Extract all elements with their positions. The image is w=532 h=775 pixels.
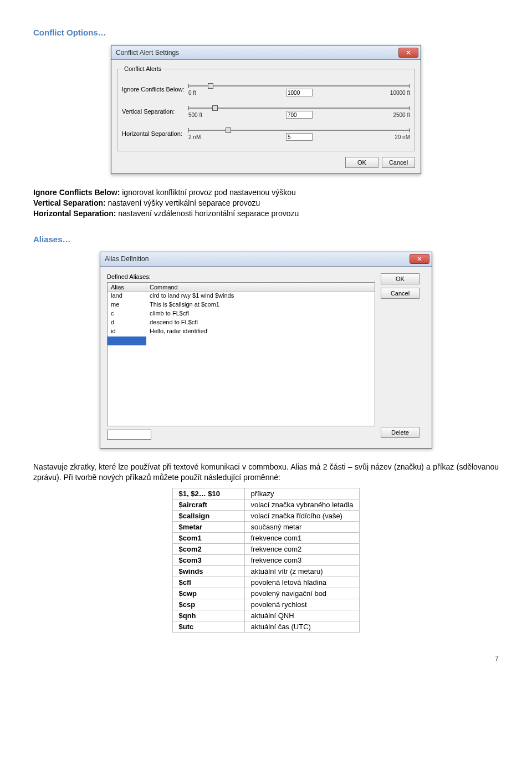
page-number: 7 [33, 655, 499, 662]
slider-min: 0 ft [188, 90, 196, 96]
table-row[interactable]: ddescend to FL$cfl [108, 319, 375, 328]
slider-label: Vertical Separation: [122, 108, 188, 115]
horizontal-separation-row: Horizontal Separation: 2 nM 20 nM 5 [122, 124, 410, 143]
slider-max: 10000 ft [390, 90, 410, 96]
label-bold: Vertical Separation: [33, 198, 106, 207]
paragraph-alias: Nastavuje zkratky, které lze používat př… [33, 462, 499, 483]
alias-name-input[interactable] [107, 430, 151, 440]
table-row: $aircraftvolací značka vybraného letadla [173, 499, 359, 511]
slider-label: Horizontal Separation: [122, 130, 188, 137]
label-desc: nastavení vzdálenosti horizontální separ… [116, 209, 299, 218]
close-icon[interactable]: ✕ [410, 254, 429, 264]
paragraph: Ignore Conflicts Below: ignorovat konfli… [33, 187, 499, 219]
label-bold: Ignore Conflicts Below: [33, 188, 120, 197]
table-row: $com1frekvence com1 [173, 533, 359, 544]
slider-min: 500 ft [188, 112, 202, 118]
table-row[interactable]: landclrd to land rwy $1 wind $winds [108, 292, 375, 301]
table-row: $utcaktuální čas (UTC) [173, 621, 359, 633]
slider-value-input[interactable]: 5 [286, 133, 313, 141]
slider-max: 20 nM [395, 134, 410, 140]
table-row: $qnhaktuální QNH [173, 610, 359, 621]
heading-aliases: Aliases… [33, 234, 499, 244]
table-row: $com3frekvence com3 [173, 555, 359, 566]
slider-value-input[interactable]: 700 [286, 111, 313, 119]
table-row: $com2frekvence com2 [173, 544, 359, 555]
horizontal-separation-slider[interactable]: 2 nM 20 nM 5 [188, 125, 410, 142]
alias-definition-window: Alias Definition ✕ Defined Aliases: Alia… [100, 252, 432, 448]
table-row[interactable] [108, 336, 375, 345]
table-row: $cwppovolený navigační bod [173, 588, 359, 599]
window-titlebar: Conflict Alert Settings ✕ [111, 45, 421, 60]
vertical-separation-row: Vertical Separation: 500 ft 2500 ft 700 [122, 102, 410, 121]
alias-table: Alias Command landclrd to land rwy $1 wi… [107, 282, 375, 426]
vertical-separation-slider[interactable]: 500 ft 2500 ft 700 [188, 103, 410, 120]
ok-button[interactable]: OK [381, 273, 420, 284]
table-header: Alias Command [108, 283, 375, 292]
col-alias[interactable]: Alias [108, 283, 146, 292]
col-command[interactable]: Command [146, 283, 375, 292]
ignore-conflicts-slider[interactable]: 0 ft 10000 ft 1000 [188, 81, 410, 98]
fieldset-legend: Conflict Alerts [122, 65, 163, 72]
label-desc: nastavení výšky vertikální separace prov… [106, 198, 260, 207]
window-title-text: Alias Definition [105, 255, 149, 263]
table-row: $cflpovolená letová hladina [173, 577, 359, 588]
table-row: $metarsoučasný metar [173, 522, 359, 533]
close-icon[interactable]: ✕ [398, 48, 418, 58]
table-row[interactable]: idHello, radar identified [108, 328, 375, 336]
heading-conflict-options: Conflict Options… [33, 28, 499, 37]
delete-button[interactable]: Delete [381, 427, 420, 438]
table-row: $windsaktuální vítr (z metaru) [173, 566, 359, 577]
window-titlebar: Alias Definition ✕ [100, 252, 432, 267]
table-row[interactable]: cclimb to FL$cfl [108, 310, 375, 319]
defined-aliases-label: Defined Aliases: [107, 273, 375, 280]
conflict-alert-settings-window: Conflict Alert Settings ✕ Conflict Alert… [111, 45, 421, 174]
label-bold: Horizontal Separation: [33, 209, 116, 218]
window-title-text: Conflict Alert Settings [116, 49, 179, 57]
slider-min: 2 nM [188, 134, 201, 140]
slider-value-input[interactable]: 1000 [286, 89, 313, 96]
slider-label: Ignore Conflicts Below: [122, 86, 188, 93]
label-desc: ignorovat konfliktní provoz pod nastaven… [120, 188, 296, 197]
cancel-button[interactable]: Cancel [382, 157, 415, 168]
variables-table: $1, $2… $10příkazy$aircraftvolací značka… [172, 488, 359, 633]
conflict-alerts-fieldset: Conflict Alerts Ignore Conflicts Below: … [117, 65, 415, 151]
table-row: $1, $2… $10příkazy [173, 488, 359, 499]
slider-max: 2500 ft [393, 112, 410, 118]
ok-button[interactable]: OK [345, 157, 378, 168]
ignore-conflicts-row: Ignore Conflicts Below: 0 ft 10000 ft 10… [122, 80, 410, 99]
table-row[interactable]: meThis is $callsign at $com1 [108, 301, 375, 310]
table-row: $callsignvolací značka řídícího (vaše) [173, 511, 359, 522]
table-row: $csppovolená rychlost [173, 599, 359, 610]
cancel-button[interactable]: Cancel [381, 288, 420, 299]
